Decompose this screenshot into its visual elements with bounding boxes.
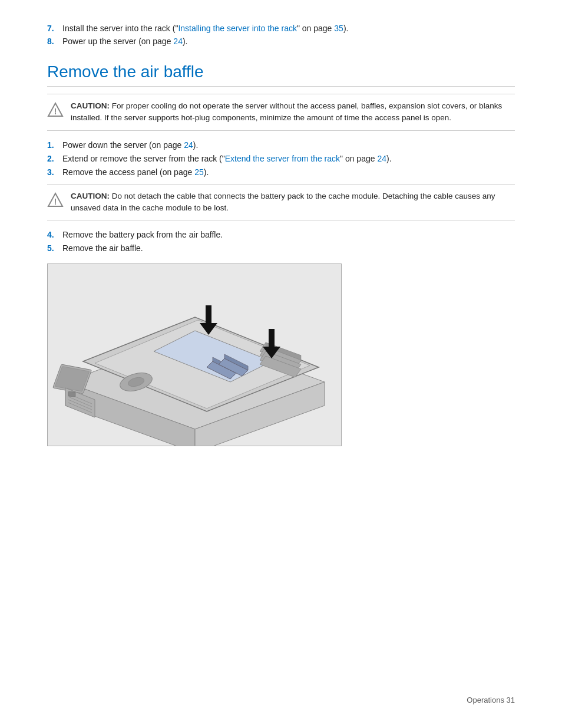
step-3: 3. Remove the access panel (on page 25). — [47, 167, 515, 177]
step-text-5: Remove the air baffle. — [62, 243, 143, 253]
step-num-4: 4. — [47, 230, 58, 239]
step-text-3: Remove the access panel (on page 25). — [62, 167, 209, 177]
caution-body-1: For proper cooling do not operate the se… — [71, 101, 502, 122]
step-text-4: Remove the battery pack from the air baf… — [62, 230, 223, 239]
section-title: Remove the air baffle — [47, 62, 515, 87]
svg-rect-31 — [68, 391, 75, 397]
caution-label-1: CAUTION: — [71, 101, 110, 110]
step3-page[interactable]: 25 — [194, 167, 204, 177]
intro-item-8: 8. Power up the server (on page 24). — [47, 37, 515, 46]
step-num-5: 5. — [47, 243, 58, 253]
step-num-3: 3. — [47, 167, 58, 177]
caution-text-2: CAUTION: Do not detach the cable that co… — [71, 190, 515, 215]
steps-list-1: 1. Power down the server (on page 24). 2… — [47, 140, 515, 177]
step-text-2: Extend or remove the server from the rac… — [62, 154, 392, 163]
step2-page[interactable]: 24 — [377, 154, 386, 163]
footer-text: Operations 31 — [467, 696, 515, 704]
svg-text:!: ! — [54, 107, 57, 116]
steps-list-2: 4. Remove the battery pack from the air … — [47, 230, 515, 253]
intro-num-7: 7. — [47, 24, 58, 33]
step1-page[interactable]: 24 — [184, 140, 193, 150]
caution-icon-1: ! — [47, 101, 64, 118]
step-num-2: 2. — [47, 154, 58, 163]
power-up-page[interactable]: 24 — [173, 37, 183, 46]
server-diagram-svg — [48, 264, 341, 446]
caution-label-2: CAUTION: — [71, 192, 110, 200]
caution-body-2: Do not detach the cable that connects th… — [71, 192, 495, 212]
caution-icon-2: ! — [47, 192, 64, 208]
caution-box-1: ! CAUTION: For proper cooling do not ope… — [47, 94, 515, 131]
install-server-page[interactable]: 35 — [334, 24, 343, 33]
server-diagram — [47, 263, 342, 446]
step-4: 4. Remove the battery pack from the air … — [47, 230, 515, 239]
intro-text-7: Install the server into the rack ("Insta… — [62, 24, 348, 33]
step-num-1: 1. — [47, 140, 58, 150]
page-footer: Operations 31 — [467, 696, 515, 704]
caution-box-2: ! CAUTION: Do not detach the cable that … — [47, 184, 515, 221]
step-1: 1. Power down the server (on page 24). — [47, 140, 515, 150]
step-text-1: Power down the server (on page 24). — [62, 140, 198, 150]
step-2: 2. Extend or remove the server from the … — [47, 154, 515, 163]
caution-text-1: CAUTION: For proper cooling do not opera… — [71, 100, 515, 124]
intro-text-8: Power up the server (on page 24). — [62, 37, 187, 46]
intro-list: 7. Install the server into the rack ("In… — [47, 24, 515, 46]
install-server-link[interactable]: Installing the server into the rack — [178, 24, 297, 33]
step-5: 5. Remove the air baffle. — [47, 243, 515, 253]
intro-item-7: 7. Install the server into the rack ("In… — [47, 24, 515, 33]
svg-text:!: ! — [54, 197, 57, 206]
intro-num-8: 8. — [47, 37, 58, 46]
extend-server-link[interactable]: Extend the server from the rack — [225, 154, 340, 163]
